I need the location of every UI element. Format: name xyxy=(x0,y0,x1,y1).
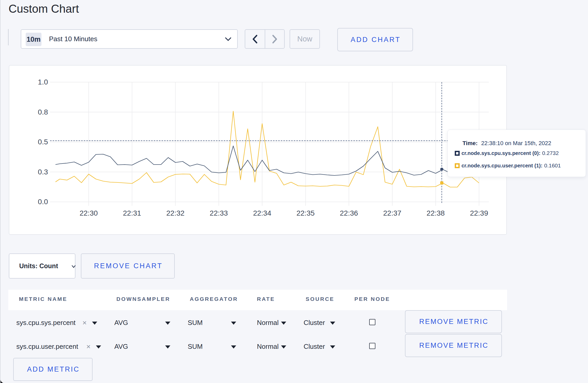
svg-text:22:36: 22:36 xyxy=(340,209,358,217)
svg-text:22:34: 22:34 xyxy=(253,209,271,217)
svg-text:0.8: 0.8 xyxy=(38,108,48,116)
svg-text:22:38: 22:38 xyxy=(426,209,445,217)
svg-text:22:35: 22:35 xyxy=(296,209,314,217)
svg-text:0.0: 0.0 xyxy=(38,198,48,206)
svg-text:22:37: 22:37 xyxy=(383,209,401,217)
svg-text:22:31: 22:31 xyxy=(123,209,141,217)
svg-text:22:30: 22:30 xyxy=(80,209,98,217)
svg-text:1.0: 1.0 xyxy=(38,78,48,86)
svg-text:22:39: 22:39 xyxy=(470,209,488,217)
svg-text:22:33: 22:33 xyxy=(210,209,228,217)
svg-text:22:32: 22:32 xyxy=(166,209,185,217)
svg-text:0.3: 0.3 xyxy=(38,168,48,176)
svg-text:0.5: 0.5 xyxy=(38,138,48,146)
